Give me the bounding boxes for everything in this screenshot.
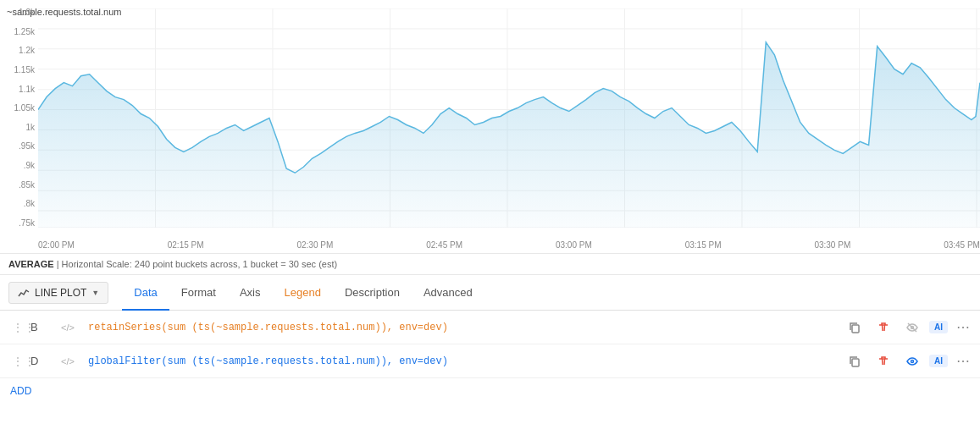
y-label: .9k (24, 162, 35, 170)
plot-type-label: LINE PLOT (35, 287, 86, 299)
eye-button-d[interactable] (900, 350, 924, 373)
x-label-3: 02:30 PM (296, 240, 333, 250)
svg-point-24 (911, 360, 914, 362)
chart-container: ~sample.requests.total.num 1.3k1.25k1.2k… (0, 0, 980, 404)
y-label: 1.3k (19, 8, 35, 17)
drag-handle-b[interactable]: ⋮⋮ (7, 321, 25, 334)
tab-format[interactable]: Format (169, 276, 228, 311)
y-label: .8k (24, 200, 35, 208)
avg-label: AVERAGE (8, 259, 54, 269)
y-label: 1.15k (14, 66, 35, 74)
summary-bar: AVERAGE | Horizontal Scale: 240 point bu… (0, 254, 980, 275)
x-label-2: 02:15 PM (168, 240, 204, 250)
more-button-d[interactable]: ⋯ (953, 353, 973, 369)
row-d-actions: AI ⋯ (843, 350, 973, 373)
row-b-actions: AI ⋯ (843, 316, 973, 339)
y-label: 1.05k (14, 104, 35, 113)
y-label: 1.2k (19, 47, 35, 55)
svg-rect-23 (852, 359, 859, 366)
eye-off-button-b[interactable] (900, 316, 924, 339)
tabs-bar: LINE PLOT ▼ Data Format Axis Legend Desc… (0, 275, 980, 311)
line-plot-icon (18, 287, 30, 299)
y-label: 1.1k (19, 85, 35, 94)
y-axis: 1.3k1.25k1.2k1.15k1.1k1.05k1k.95k.9k.85k… (0, 8, 38, 228)
row-b: ⋮⋮ B </> retainSeries(sum (ts(~sample.re… (0, 311, 980, 344)
x-label-6: 03:15 PM (685, 240, 722, 250)
drag-handle-d[interactable]: ⋮⋮ (7, 355, 25, 368)
x-label-4: 02:45 PM (426, 240, 462, 250)
plot-type-button[interactable]: LINE PLOT ▼ (8, 282, 108, 304)
chart-plot (38, 8, 980, 228)
x-label-7: 03:30 PM (814, 240, 850, 250)
more-button-b[interactable]: ⋯ (953, 319, 973, 335)
tab-axis[interactable]: Axis (228, 276, 273, 311)
x-label-5: 03:00 PM (556, 240, 592, 250)
add-row-button[interactable]: ADD (0, 378, 980, 404)
y-label: .75k (19, 219, 35, 228)
x-label-1: 02:00 PM (38, 240, 75, 250)
rows-area: ⋮⋮ B </> retainSeries(sum (ts(~sample.re… (0, 311, 980, 404)
y-label: .95k (19, 142, 35, 151)
chart-area: ~sample.requests.total.num 1.3k1.25k1.2k… (0, 0, 980, 254)
y-label: 1.25k (14, 28, 35, 36)
y-label: 1k (25, 124, 35, 132)
row-d: ⋮⋮ D </> globalFilter(sum (ts(~sample.re… (0, 344, 980, 378)
copy-button-b[interactable] (843, 316, 866, 339)
code-toggle-b[interactable]: </> (51, 322, 85, 333)
x-label-8: 03:45 PM (944, 240, 980, 250)
chevron-down-icon: ▼ (91, 289, 99, 297)
code-toggle-d[interactable]: </> (51, 356, 85, 366)
chart-svg (38, 8, 980, 228)
ai-button-d[interactable]: AI (929, 355, 948, 367)
row-label-d: D (25, 355, 51, 367)
tab-legend[interactable]: Legend (272, 276, 332, 311)
tab-advanced[interactable]: Advanced (412, 276, 484, 311)
ai-button-b[interactable]: AI (929, 321, 948, 333)
delete-button-b[interactable] (872, 316, 895, 339)
tab-data[interactable]: Data (122, 276, 169, 311)
delete-button-d[interactable] (872, 350, 895, 373)
x-axis: 02:00 PM 02:15 PM 02:30 PM 02:45 PM 03:0… (38, 240, 980, 250)
tab-description[interactable]: Description (333, 276, 412, 311)
y-label: .85k (19, 181, 35, 190)
copy-button-d[interactable] (843, 350, 866, 373)
formula-b[interactable]: retainSeries(sum (ts(~sample.requests.to… (85, 322, 843, 333)
scale-text: Horizontal Scale: 240 point buckets acro… (62, 259, 338, 269)
formula-d[interactable]: globalFilter(sum (ts(~sample.requests.to… (85, 355, 843, 367)
row-label-b: B (25, 321, 51, 333)
svg-rect-20 (852, 325, 859, 333)
